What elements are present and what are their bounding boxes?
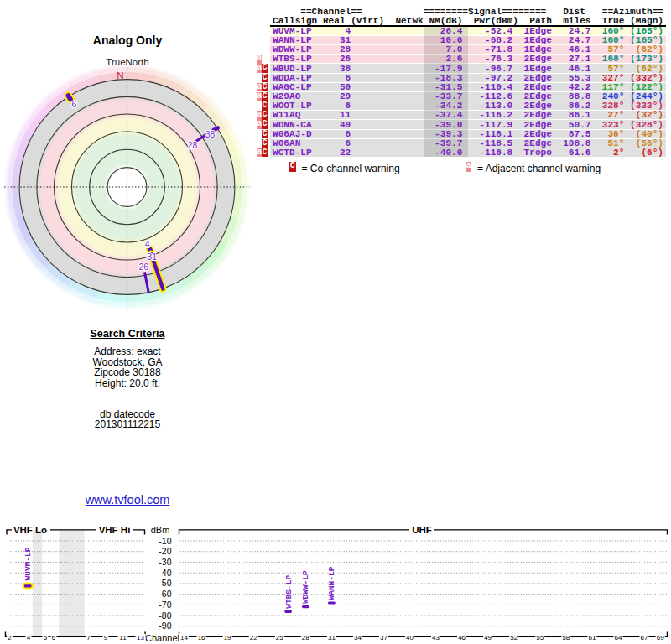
svg-text:-20: -20 xyxy=(159,546,171,556)
svg-text:43: 43 xyxy=(432,634,440,641)
svg-text:-90: -90 xyxy=(159,621,171,631)
svg-text:37: 37 xyxy=(380,634,388,641)
svg-text:9: 9 xyxy=(104,634,108,641)
svg-text:28: 28 xyxy=(188,140,198,150)
svg-text:6: 6 xyxy=(52,634,56,641)
svg-text:-40: -40 xyxy=(159,568,171,578)
svg-text:67: 67 xyxy=(640,634,648,641)
svg-text:31: 31 xyxy=(328,634,336,641)
svg-text:WTBS-LP: WTBS-LP xyxy=(284,575,294,609)
svg-text:-70: -70 xyxy=(159,600,171,610)
svg-text:VHF Hi: VHF Hi xyxy=(99,525,131,535)
svg-text:46: 46 xyxy=(458,634,466,641)
svg-text:-30: -30 xyxy=(159,557,171,567)
svg-text:40: 40 xyxy=(406,634,414,641)
svg-text:26: 26 xyxy=(138,262,148,272)
svg-text:4: 4 xyxy=(145,239,150,249)
svg-text:5: 5 xyxy=(44,634,48,641)
svg-text:WDWW-LP: WDWW-LP xyxy=(301,570,310,604)
svg-text:16: 16 xyxy=(198,634,205,641)
svg-text:34: 34 xyxy=(354,634,362,641)
svg-text:N: N xyxy=(117,70,123,80)
svg-text:69: 69 xyxy=(657,634,664,641)
svg-text:6: 6 xyxy=(71,99,76,109)
svg-text:28: 28 xyxy=(302,634,309,641)
svg-text:Channel: Channel xyxy=(145,633,179,643)
svg-text:14: 14 xyxy=(180,634,188,641)
svg-text:dBm: dBm xyxy=(151,525,170,535)
svg-text:55: 55 xyxy=(536,634,544,641)
svg-text:64: 64 xyxy=(614,634,622,641)
svg-text:61: 61 xyxy=(588,634,596,641)
svg-text:11: 11 xyxy=(119,634,127,641)
svg-text:2: 2 xyxy=(8,634,12,641)
svg-text:25: 25 xyxy=(276,634,283,641)
svg-text:58: 58 xyxy=(562,634,570,641)
svg-text:38: 38 xyxy=(205,129,216,139)
svg-text:-10: -10 xyxy=(159,536,171,546)
svg-text:-60: -60 xyxy=(159,589,171,599)
svg-text:31: 31 xyxy=(147,252,157,262)
svg-text:-50: -50 xyxy=(159,578,171,588)
svg-text:WANN-LP: WANN-LP xyxy=(327,566,336,600)
svg-text:13: 13 xyxy=(137,634,144,641)
svg-text:49: 49 xyxy=(484,634,492,641)
svg-text:19: 19 xyxy=(224,634,231,641)
svg-text:4: 4 xyxy=(27,634,31,641)
svg-text:22: 22 xyxy=(250,634,257,641)
svg-text:VHF Lo: VHF Lo xyxy=(13,525,47,535)
svg-text:WUVM-LP: WUVM-LP xyxy=(23,547,33,580)
svg-text:UHF: UHF xyxy=(412,525,432,535)
svg-text:7: 7 xyxy=(86,634,91,641)
svg-text:52: 52 xyxy=(510,634,518,641)
svg-text:-80: -80 xyxy=(159,610,171,621)
